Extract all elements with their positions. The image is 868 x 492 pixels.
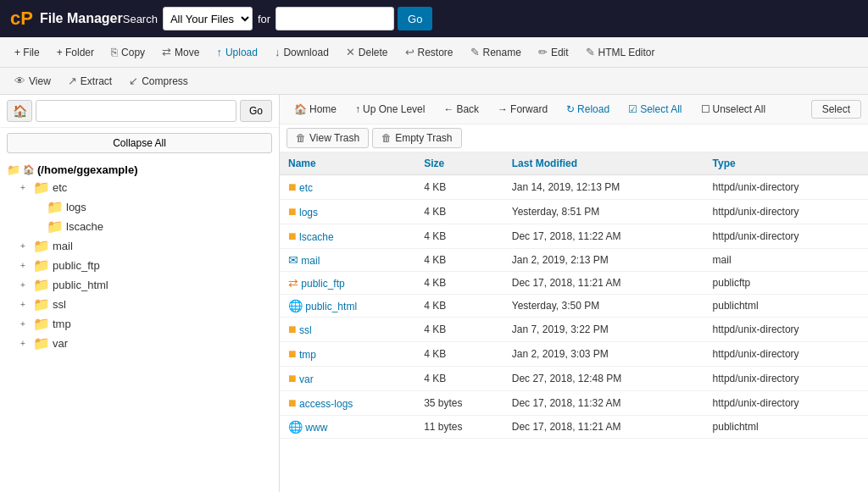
tree-toggle-ssl: +: [20, 300, 31, 309]
table-row[interactable]: ■ logs 4 KB Yesterday, 8:51 PM httpd/uni…: [280, 200, 868, 224]
file-type-cell: httpd/unix-directory: [704, 391, 868, 416]
unselect-all-button[interactable]: ☐ Unselect All: [693, 100, 774, 119]
html-editor-button[interactable]: ✎ HTML Editor: [578, 41, 663, 63]
table-row[interactable]: ⇄ public_ftp 4 KB Dec 17, 2018, 11:21 AM…: [280, 272, 868, 295]
select-button[interactable]: Select: [811, 100, 861, 119]
copy-icon: ⎘: [111, 46, 118, 58]
tree-label-public-ftp: public_ftp: [53, 259, 100, 272]
tree-item-tmp[interactable]: + 📁 tmp: [20, 314, 272, 334]
trash-icon: 🗑: [296, 132, 306, 144]
select-all-button[interactable]: ☑ Select All: [620, 100, 689, 119]
extract-button[interactable]: ↗ Extract: [60, 70, 120, 91]
forward-icon: →: [498, 103, 508, 115]
edit-button[interactable]: ✏ Edit: [531, 41, 576, 63]
up-one-level-button[interactable]: ↑ Up One Level: [348, 100, 432, 119]
new-file-button[interactable]: + File: [7, 42, 47, 63]
file-modified-cell: Jan 2, 2019, 2:13 PM: [504, 249, 704, 272]
search-input[interactable]: [275, 7, 394, 30]
new-folder-button[interactable]: + Folder: [49, 42, 102, 63]
folder-icon-ssl: 📁: [33, 296, 50, 312]
table-row[interactable]: 🌐 public_html 4 KB Yesterday, 3:50 PM pu…: [280, 295, 868, 318]
tree-item-logs[interactable]: 📁 logs: [34, 197, 272, 217]
move-button[interactable]: ⇄ Move: [154, 41, 207, 63]
reload-button[interactable]: ↻ Reload: [559, 100, 617, 119]
file-name-cell: 🌐 public_html: [280, 295, 415, 318]
file-name-link[interactable]: etc: [299, 182, 313, 194]
col-size-header[interactable]: Size: [415, 152, 504, 175]
search-scope-select[interactable]: All Your Files: [163, 7, 253, 30]
file-type-cell: mail: [704, 249, 868, 272]
download-icon: ↓: [275, 46, 281, 58]
file-name-link[interactable]: www: [305, 422, 327, 434]
tree-label-ssl: ssl: [53, 298, 66, 311]
col-name-header[interactable]: Name: [280, 152, 415, 175]
table-row[interactable]: ■ access-logs 35 bytes Dec 17, 2018, 11:…: [280, 391, 868, 416]
file-modified-cell: Yesterday, 8:51 PM: [504, 200, 704, 224]
col-modified-header[interactable]: Last Modified: [504, 152, 704, 175]
file-name-link[interactable]: var: [299, 373, 314, 385]
file-name-cell: ■ tmp: [280, 342, 415, 367]
table-row[interactable]: ■ tmp 4 KB Jan 2, 2019, 3:03 PM httpd/un…: [280, 342, 868, 367]
compress-button[interactable]: ↙ Compress: [121, 70, 196, 91]
tree-root-item[interactable]: 📁 🏠 (/home/ggexample): [7, 162, 272, 178]
forward-button[interactable]: → Forward: [490, 100, 555, 119]
file-type-cell: publichtml: [704, 416, 868, 439]
file-name-link[interactable]: logs: [299, 207, 318, 218]
upload-button[interactable]: ↑ Upload: [209, 41, 265, 63]
folder-icon: ■: [288, 371, 297, 385]
tree-item-public-ftp[interactable]: + 📁 public_ftp: [20, 256, 272, 275]
rename-button[interactable]: ✎ Rename: [463, 41, 529, 63]
tree-item-public-html[interactable]: + 📁 public_html: [20, 275, 272, 295]
folder-icon-tmp: 📁: [33, 316, 50, 332]
file-name-link[interactable]: mail: [301, 255, 320, 267]
col-type-header[interactable]: Type: [704, 152, 868, 175]
file-table-wrapper: Name Size Last Modified Type ■ etc 4 KB …: [280, 152, 868, 492]
collapse-all-button[interactable]: Collapse All: [7, 133, 272, 153]
file-name-cell: ■ logs: [280, 200, 415, 224]
tree-item-ssl[interactable]: + 📁 ssl: [20, 295, 272, 314]
table-row[interactable]: 🌐 www 11 bytes Dec 17, 2018, 11:21 AM pu…: [280, 416, 868, 439]
file-name-link[interactable]: public_ftp: [301, 278, 344, 290]
file-name-link[interactable]: lscache: [299, 231, 334, 243]
view-icon: 👁: [14, 75, 25, 87]
table-row[interactable]: ■ lscache 4 KB Dec 17, 2018, 11:22 AM ht…: [280, 224, 868, 249]
download-button[interactable]: ↓ Download: [267, 41, 337, 63]
view-trash-button[interactable]: 🗑 View Trash: [287, 128, 369, 148]
tree-item-mail[interactable]: + 📁 mail: [20, 236, 272, 256]
file-type-cell: httpd/unix-directory: [704, 342, 868, 367]
tree-item-lscache[interactable]: 📁 lscache: [34, 217, 272, 236]
sidebar-home-button[interactable]: 🏠: [7, 100, 32, 122]
file-name-link[interactable]: access-logs: [299, 398, 353, 410]
table-row[interactable]: ■ ssl 4 KB Jan 7, 2019, 3:22 PM httpd/un…: [280, 318, 868, 342]
sidebar-go-button[interactable]: Go: [240, 100, 272, 122]
tree-item-etc[interactable]: + 📁 etc: [20, 178, 272, 197]
view-button[interactable]: 👁 View: [7, 70, 58, 91]
table-row[interactable]: ■ etc 4 KB Jan 14, 2019, 12:13 PM httpd/…: [280, 175, 868, 200]
root-folder-icon: 📁: [7, 163, 20, 176]
file-name-link[interactable]: tmp: [299, 349, 316, 361]
file-size-cell: 4 KB: [415, 175, 504, 200]
table-row[interactable]: ✉ mail 4 KB Jan 2, 2019, 2:13 PM mail: [280, 249, 868, 272]
restore-icon: ↩: [405, 46, 415, 58]
restore-button[interactable]: ↩ Restore: [398, 41, 461, 63]
home-nav-button[interactable]: 🏠 Home: [287, 100, 344, 119]
header: cP File Manager Search All Your Files fo…: [0, 0, 868, 37]
file-name-link[interactable]: ssl: [299, 324, 312, 336]
back-button[interactable]: ← Back: [436, 100, 487, 119]
delete-button[interactable]: ✕ Delete: [338, 41, 396, 63]
search-for-label: for: [258, 13, 270, 25]
main-area: 🏠 Go Collapse All 📁 🏠 (/home/ggexample) …: [0, 95, 868, 492]
file-name-cell: ■ ssl: [280, 318, 415, 342]
file-name-link[interactable]: public_html: [305, 301, 357, 312]
sidebar-path-input[interactable]: [36, 100, 236, 122]
copy-button[interactable]: ⎘ Copy: [103, 41, 153, 63]
file-size-cell: 4 KB: [415, 200, 504, 224]
file-size-cell: 4 KB: [415, 367, 504, 391]
sidebar-search-bar: 🏠 Go: [0, 95, 279, 128]
reload-icon: ↻: [566, 103, 575, 115]
search-go-button[interactable]: Go: [398, 7, 432, 30]
tree-item-var[interactable]: + 📁 var: [20, 334, 272, 353]
folder-icon-logs: 📁: [47, 199, 64, 215]
table-row[interactable]: ■ var 4 KB Dec 27, 2018, 12:48 PM httpd/…: [280, 367, 868, 391]
empty-trash-button[interactable]: 🗑 Empty Trash: [372, 128, 461, 148]
